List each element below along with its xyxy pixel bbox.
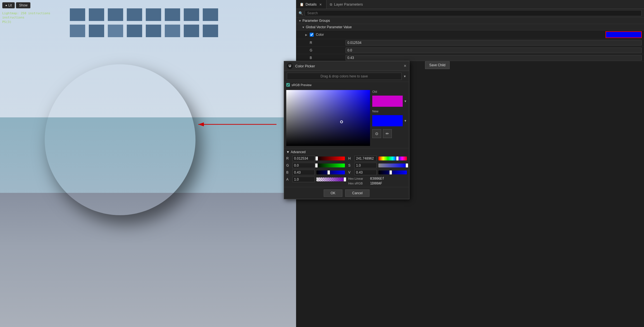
drag-drop-area: Drag & drop colors here to save [287,73,402,80]
advanced-label: Advanced [291,150,306,154]
ok-button[interactable]: OK [324,189,342,197]
r-channel-input[interactable] [292,156,315,161]
color-wheel-button[interactable]: ⊙ [372,129,381,138]
global-vector-header[interactable]: ▼ Global Vector Parameter Value [296,24,644,30]
color-wheel-icon: ⊙ [375,131,378,136]
row-expand-arrow: ▶ [305,33,307,36]
color-checkbox[interactable] [310,33,314,37]
h-channel-label: H [348,157,353,160]
a-channel-input[interactable] [292,177,315,182]
a-channel-slider[interactable] [316,177,345,181]
color-picker-main: Old ▼ New ▼ ⊙ ✏ [284,88,409,148]
panel-header: 📋 Details × ⧉ Layer Parameters [296,0,644,9]
details-close-icon[interactable]: × [318,2,323,7]
ue-logo: U [287,63,293,69]
color-swatch[interactable] [605,31,642,38]
hex-srgb-value: 1D00AF [370,181,382,185]
srgb-checkbox[interactable] [286,83,290,87]
color-gradient[interactable] [286,90,370,146]
details-icon: 📋 [300,3,304,6]
hex-linear-row: Hex Linear 03006Ef [348,177,407,181]
debug-line2: instructions [2,15,50,20]
h-channel-input[interactable] [354,156,377,161]
r-channel-label: R [286,157,291,160]
debug-text: Lightmap: 250 instructions instructions … [2,11,50,24]
v-channel-slider[interactable] [378,170,407,174]
b-channel-row: B [286,170,345,175]
g-channel-row: G [286,163,345,168]
lit-button[interactable]: ● Lit [2,2,15,8]
old-color-swatch[interactable] [372,96,403,107]
drag-drop-dropdown-arrow[interactable]: ▼ [403,75,406,78]
a-channel-label: A [286,177,291,181]
collapse-arrow: ▼ [299,19,301,22]
b-channel-slider[interactable] [316,170,345,174]
color-param-row: ▶ Color [296,30,644,39]
channels-grid: R G B [286,156,407,185]
srgb-label: sRGB Preview [292,83,312,87]
g-channel-input[interactable] [292,163,315,168]
b-channel-label: B [286,170,291,174]
floor [0,193,296,327]
save-child-button[interactable]: Save Child [425,61,450,69]
b-param-row: B [296,54,644,62]
search-input[interactable] [305,10,642,16]
s-channel-slider[interactable] [378,164,407,167]
eyedropper-button[interactable]: ✏ [383,129,392,138]
b-input[interactable] [345,55,642,61]
gradient-canvas [286,90,370,146]
color-picker-title: Color Picker [295,64,315,68]
r-label: R [310,41,343,45]
parameter-groups-label: Parameter Groups [302,19,330,23]
search-icon: 🔍 [299,11,303,15]
srgb-row: sRGB Preview [284,82,409,88]
v-channel-row: V [348,170,407,175]
parameter-groups-header[interactable]: ▼ Parameter Groups [296,18,644,24]
h-channel-row: H [348,156,407,161]
sphere [45,64,195,215]
hex-srgb-label: Hex sRGB [348,182,368,185]
right-channels: H S V [348,156,407,185]
title-left: U Color Picker [287,63,315,69]
lit-label: Lit [8,3,12,7]
eyedropper-icon: ✏ [386,131,389,136]
old-dropdown-arrow[interactable]: ▼ [404,99,407,103]
r-channel-row: R [286,156,345,161]
circle-icon: ● [5,4,7,7]
svg-marker-1 [198,122,204,126]
r-param-row: R [296,39,644,47]
b-label: B [310,56,343,60]
v-channel-label: V [348,170,353,174]
hex-linear-label: Hex Linear [348,177,368,180]
new-color-swatch[interactable] [372,115,403,126]
left-channels: R G B [286,156,345,185]
layer-params-tab[interactable]: ⧉ Layer Parameters [326,0,366,9]
b-channel-input[interactable] [292,170,315,175]
r-input[interactable] [345,40,642,46]
v-channel-input[interactable] [354,170,377,175]
g-input[interactable] [345,48,642,53]
g-param-row: G [296,47,644,54]
color-picker-close-icon[interactable]: × [404,63,406,68]
color-label: Color [316,33,349,37]
viewport-toolbar: ● Lit Show [2,2,30,8]
old-label: Old [372,90,407,93]
new-label: New [372,110,407,113]
g-channel-slider[interactable] [316,164,345,167]
show-button[interactable]: Show [16,2,30,8]
h-channel-slider[interactable] [378,157,407,160]
show-label: Show [19,3,27,7]
layer-params-label: Layer Parameters [334,2,363,6]
s-channel-input[interactable] [354,163,377,168]
new-dropdown-arrow[interactable]: ▼ [404,119,407,122]
details-tab-label: Details [306,2,317,6]
advanced-header[interactable]: ▼ Advanced [286,150,407,154]
cancel-button[interactable]: Cancel [345,189,369,197]
drag-drop-bar: Drag & drop colors here to save ▼ [284,71,409,82]
advanced-arrow: ▼ [286,150,290,154]
r-channel-slider[interactable] [316,157,345,160]
details-tab[interactable]: 📋 Details × [296,0,326,9]
g-label: G [310,48,343,52]
g-channel-label: G [286,164,291,167]
debug-line1: Lightmap: 250 instructions [2,11,50,15]
